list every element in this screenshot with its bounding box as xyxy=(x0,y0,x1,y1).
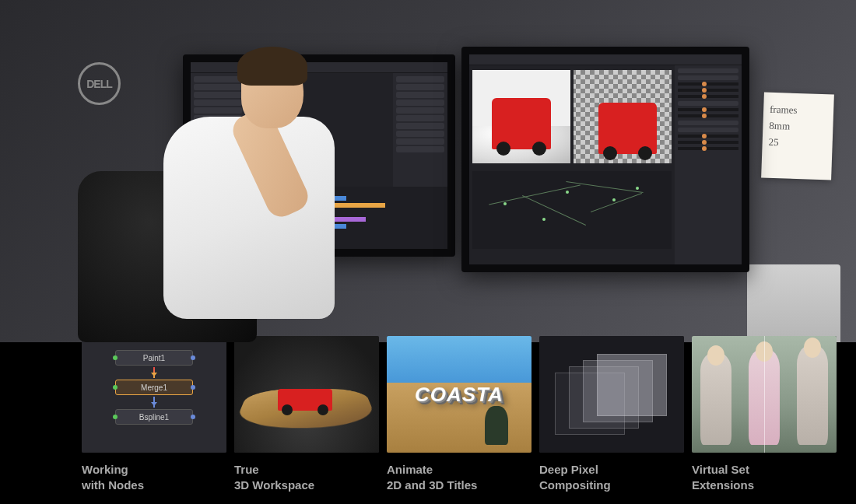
extruded-title-text: COASTA xyxy=(415,383,504,407)
node-pill: Bspline1 xyxy=(115,409,193,425)
editor-person xyxy=(132,39,350,334)
feature-card-nodes[interactable]: Paint1 Merge1 Bspline1 Working with Node… xyxy=(82,336,226,492)
feature-card-titles[interactable]: COASTA Animate 2D and 3D Titles xyxy=(387,336,531,492)
feature-title: Animate 2D and 3D Titles xyxy=(387,462,531,492)
feature-thumbnail: Paint1 Merge1 Bspline1 xyxy=(82,336,226,453)
wall-notes: frames 8mm 25 xyxy=(761,92,834,180)
comparison-split-line xyxy=(764,336,765,453)
right-screen-fusion-app xyxy=(469,54,742,264)
feature-thumbnail xyxy=(692,336,837,453)
depth-layer-icon xyxy=(597,354,667,416)
feature-title: True 3D Workspace xyxy=(234,462,379,492)
red-vehicle-alpha-preview xyxy=(598,103,658,154)
actor-figure xyxy=(797,344,828,445)
feature-title: Deep Pixel Compositing xyxy=(539,462,684,492)
hero-photo: DELL frames 8mm 25 xyxy=(0,0,856,342)
actor-figure xyxy=(700,352,731,445)
effects-panel xyxy=(393,73,447,202)
inspector-panel xyxy=(675,65,742,264)
feature-card-3d-workspace[interactable]: True 3D Workspace xyxy=(234,336,379,492)
feature-card-grid: Paint1 Merge1 Bspline1 Working with Node… xyxy=(82,336,837,492)
red-truck-icon xyxy=(278,389,332,411)
person-silhouette xyxy=(485,406,508,445)
feature-title: Virtual Set Extensions xyxy=(692,462,837,492)
desk-drawer-unit xyxy=(747,264,840,342)
feature-thumbnail xyxy=(234,336,379,453)
note-line: 8mm xyxy=(769,118,827,136)
note-line: 25 xyxy=(768,134,826,152)
feature-thumbnail xyxy=(539,336,684,453)
node-graph-area xyxy=(472,171,672,249)
right-monitor xyxy=(461,47,749,272)
app-toolbar xyxy=(469,54,742,65)
red-vehicle-preview xyxy=(492,98,551,149)
node-pill: Paint1 xyxy=(115,350,193,366)
note-line: frames xyxy=(770,102,828,120)
feature-thumbnail: COASTA xyxy=(387,336,531,453)
feature-card-deep-pixel[interactable]: Deep Pixel Compositing xyxy=(539,336,684,492)
viewer-b-alpha xyxy=(574,70,672,163)
feature-title: Working with Nodes xyxy=(82,462,226,492)
viewer-a xyxy=(472,70,570,163)
node-pill-active: Merge1 xyxy=(115,380,193,395)
page-root: DELL frames 8mm 25 xyxy=(0,0,856,504)
dual-viewer xyxy=(472,70,672,163)
monitor-brand-logo: DELL xyxy=(78,62,121,105)
feature-card-virtual-set[interactable]: Virtual Set Extensions xyxy=(692,336,837,492)
